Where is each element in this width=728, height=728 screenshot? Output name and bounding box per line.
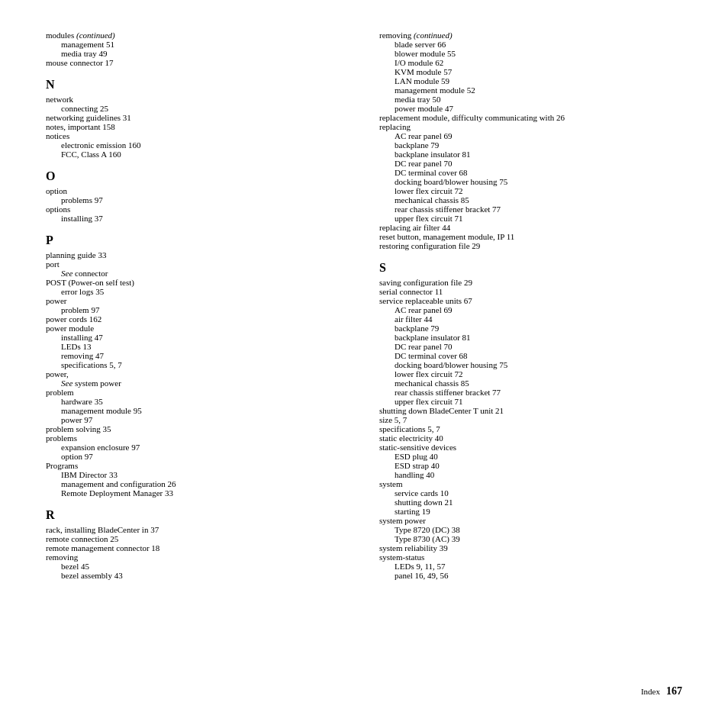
esd-plug: ESD plug 40: [379, 452, 682, 461]
sru-backplane: backplane 79: [379, 324, 682, 333]
removing-continued-header: removing (continued): [379, 31, 682, 40]
sru-upper-flex: upper flex circuit 71: [379, 397, 682, 406]
left-column: modules (continued) management 51 media …: [46, 31, 349, 591]
s-header: S: [379, 261, 682, 275]
replacing-mechanical-chassis: mechanical chassis 85: [379, 195, 682, 205]
power-comma: power,: [46, 369, 349, 378]
esd-strap: ESD strap 40: [379, 461, 682, 470]
problem-power: power 97: [46, 415, 349, 424]
problems-option: option 97: [46, 452, 349, 461]
system-status-leds: LEDs 9, 11, 57: [379, 562, 682, 571]
sru-dc-rear-panel: DC rear panel 70: [379, 342, 682, 351]
replacing-rear-chassis: rear chassis stiffener bracket 77: [379, 205, 682, 214]
problem-solving: problem solving 35: [46, 424, 349, 433]
removing-io-module: I/O module 62: [379, 58, 682, 67]
n-header: N: [46, 78, 349, 92]
programs-ibm-director: IBM Director 33: [46, 470, 349, 479]
power-cords: power cords 162: [46, 314, 349, 324]
post-error-logs: error logs 35: [46, 287, 349, 296]
post: POST (Power-on self test): [46, 278, 349, 287]
remote-mgmt-connector: remote management connector 18: [46, 543, 349, 552]
notices-electronic: electronic emission 160: [46, 140, 349, 150]
networking-guidelines: networking guidelines 31: [46, 113, 349, 122]
system-reliability: system reliability 39: [379, 543, 682, 552]
power-module-specs: specifications 5, 7: [46, 360, 349, 369]
size: size 5, 7: [379, 415, 682, 424]
serial-connector: serial connector 11: [379, 287, 682, 296]
planning-guide: planning guide 33: [46, 250, 349, 259]
power-module-installing: installing 47: [46, 333, 349, 342]
network-connecting: connecting 25: [46, 104, 349, 113]
removing-blower-module: blower module 55: [379, 49, 682, 58]
r-header: R: [46, 508, 349, 522]
programs-mgmt-config: management and configuration 26: [46, 479, 349, 488]
page-footer: Index 167: [641, 685, 682, 697]
modules-management: management 51: [46, 40, 349, 49]
page-container: modules (continued) management 51 media …: [46, 31, 682, 591]
removing: removing: [46, 552, 349, 562]
notes-important: notes, important 158: [46, 122, 349, 131]
service-replaceable-units: service replaceable units 67: [379, 296, 682, 305]
system-power-8720: Type 8720 (DC) 38: [379, 525, 682, 534]
system-status: system-status: [379, 552, 682, 562]
replacing: replacing: [379, 122, 682, 131]
p-section: P planning guide 33 port See connector P…: [46, 234, 349, 498]
system-shutting-down: shutting down 21: [379, 498, 682, 507]
replacing-upper-flex: upper flex circuit 71: [379, 214, 682, 223]
sru-rear-chassis: rear chassis stiffener bracket 77: [379, 388, 682, 397]
power-module-removing: removing 47: [46, 351, 349, 360]
sru-docking-board: docking board/blower housing 75: [379, 360, 682, 369]
system-service-cards: service cards 10: [379, 488, 682, 498]
remote-connection: remote connection 25: [46, 534, 349, 543]
port-see: See connector: [46, 269, 349, 278]
reset-button: reset button, management module, IP 11: [379, 232, 682, 241]
removing-media-tray: media tray 50: [379, 95, 682, 104]
saving-config: saving configuration file 29: [379, 278, 682, 287]
restoring-config: restoring configuration file 29: [379, 241, 682, 250]
modules-media-tray: media tray 49: [46, 49, 349, 58]
power: power: [46, 296, 349, 305]
handling: handling 40: [379, 470, 682, 479]
removing-bezel: bezel 45: [46, 562, 349, 571]
sru-lower-flex: lower flex circuit 72: [379, 369, 682, 378]
s-section: S saving configuration file 29 serial co…: [379, 261, 682, 580]
programs: Programs: [46, 461, 349, 470]
static-electricity: static electricity 40: [379, 433, 682, 443]
modules-header: modules (continued): [46, 31, 349, 40]
option-problems: problems 97: [46, 195, 349, 205]
programs-remote-deploy: Remote Deployment Manager 33: [46, 488, 349, 498]
power-module-leds: LEDs 13: [46, 342, 349, 351]
sru-backplane-insulator: backplane insulator 81: [379, 333, 682, 342]
sru-air-filter: air filter 44: [379, 314, 682, 324]
system-power-8730: Type 8730 (AC) 39: [379, 534, 682, 543]
right-column: removing (continued) blade server 66 blo…: [379, 31, 682, 591]
sru-mechanical-chassis: mechanical chassis 85: [379, 378, 682, 388]
removing-kvm-module: KVM module 57: [379, 67, 682, 76]
shutting-down-bladecenter: shutting down BladeCenter T unit 21: [379, 406, 682, 415]
rack-installing: rack, installing BladeCenter in 37: [46, 525, 349, 534]
modules-continued-label: (continued): [76, 31, 115, 40]
n-section: N network connecting 25 networking guide…: [46, 78, 349, 159]
system-power: system power: [379, 516, 682, 525]
replacing-air-filter: replacing air filter 44: [379, 223, 682, 232]
removing-lan-module: LAN module 59: [379, 76, 682, 85]
sru-ac-rear-panel: AC rear panel 69: [379, 305, 682, 314]
removing-blade-server: blade server 66: [379, 40, 682, 49]
replacing-lower-flex: lower flex circuit 72: [379, 186, 682, 195]
footer-label: Index: [641, 687, 660, 696]
removing-mgmt-module: management module 52: [379, 85, 682, 95]
replacing-docking-board: docking board/blower housing 75: [379, 177, 682, 186]
network: network: [46, 95, 349, 104]
replacing-dc-rear-panel: DC rear panel 70: [379, 159, 682, 168]
o-header: O: [46, 169, 349, 183]
notices: notices: [46, 131, 349, 140]
static-sensitive-devices: static-sensitive devices: [379, 443, 682, 452]
footer-page-number: 167: [666, 685, 682, 697]
replacing-backplane: backplane 79: [379, 140, 682, 150]
notices-fcc: FCC, Class A 160: [46, 150, 349, 159]
r-section: R rack, installing BladeCenter in 37 rem…: [46, 508, 349, 580]
power-problem: problem 97: [46, 305, 349, 314]
problem-hardware: hardware 35: [46, 397, 349, 406]
power-see: See system power: [46, 378, 349, 388]
removing-continued-label: (continued): [414, 31, 453, 40]
